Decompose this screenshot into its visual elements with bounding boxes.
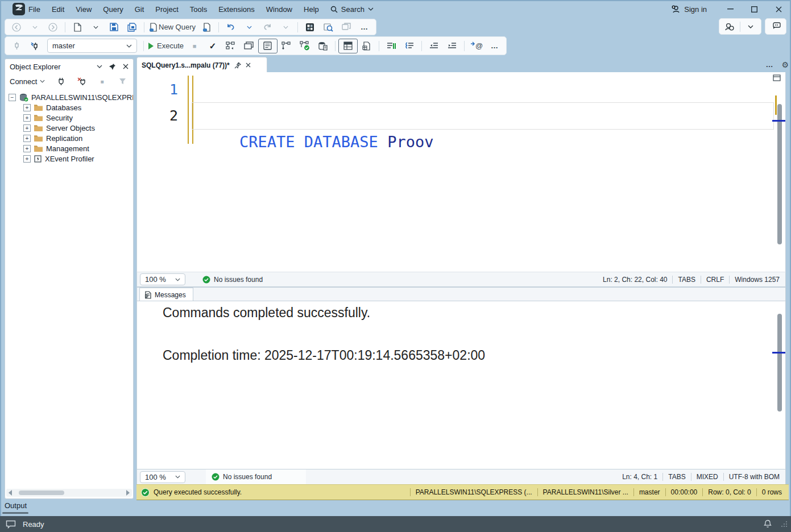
sql-editor[interactable]: 1 2 CREATE DATABASE Proov: [136, 72, 786, 272]
editor-encoding[interactable]: Windows 1257: [735, 276, 780, 284]
editor-health-indicator[interactable]: No issues found: [202, 276, 263, 284]
editor-indent-mode[interactable]: TABS: [678, 276, 695, 284]
editor-line-ending[interactable]: CRLF: [706, 276, 724, 284]
tree-node-replication[interactable]: + Replication: [9, 133, 133, 143]
tree-node-xevent-profiler[interactable]: + XEvent Profiler: [9, 153, 133, 164]
expand-icon[interactable]: +: [23, 104, 31, 111]
menu-edit[interactable]: Edit: [46, 0, 70, 18]
editor-vertical-scrollbar[interactable]: [775, 84, 784, 269]
messages-line-ending[interactable]: MIXED: [697, 473, 718, 481]
toolbar2-overflow-button[interactable]: …: [486, 39, 504, 53]
client-statistics-button[interactable]: [314, 39, 332, 53]
status-database-name[interactable]: master: [639, 488, 660, 496]
navigate-back-chevron[interactable]: [26, 20, 44, 34]
messages-vertical-scrollbar[interactable]: [775, 304, 784, 467]
search-control[interactable]: Search: [325, 0, 379, 18]
oe-connect-icon[interactable]: [52, 74, 70, 88]
new-query-current-connection-button[interactable]: [197, 20, 216, 34]
object-explorer-header[interactable]: Object Explorer: [5, 59, 133, 74]
connect-database-button[interactable]: [7, 39, 26, 53]
new-query-button[interactable]: New Query: [147, 20, 197, 34]
pin-icon[interactable]: [109, 63, 116, 70]
actual-plan-toggle-button[interactable]: [258, 39, 278, 53]
save-button[interactable]: [105, 20, 123, 34]
live-query-stats-enabled-button[interactable]: [296, 39, 314, 53]
navigate-forward-button[interactable]: [44, 20, 62, 34]
menu-help[interactable]: Help: [298, 0, 325, 18]
parse-query-button[interactable]: ✓: [204, 39, 222, 53]
code-line-2[interactable]: CREATE DATABASE Proov: [202, 103, 433, 129]
expand-icon[interactable]: +: [23, 145, 31, 152]
execute-button[interactable]: Execute: [147, 39, 185, 53]
results-to-grid-button[interactable]: [338, 39, 358, 53]
maximize-button[interactable]: [742, 0, 766, 18]
user-accounts-button[interactable]: [720, 20, 739, 34]
save-all-button[interactable]: [123, 20, 141, 34]
filter-icon[interactable]: [113, 74, 131, 88]
editor-scroll-thumb[interactable]: [777, 104, 782, 244]
oe-horizontal-scrollbar[interactable]: [6, 489, 132, 497]
editor-zoom-dropdown[interactable]: 100 %: [140, 273, 185, 285]
messages-encoding[interactable]: UTF-8 with BOM: [729, 473, 780, 481]
new-file-chevron[interactable]: [86, 20, 105, 34]
tree-node-server-objects[interactable]: + Server Objects: [9, 123, 133, 133]
tab-messages[interactable]: Messages: [139, 288, 193, 302]
menu-window[interactable]: Window: [260, 0, 298, 18]
messages-health-indicator[interactable]: No issues found: [206, 469, 306, 484]
messages-caret-position[interactable]: Ln: 4, Ch: 1: [622, 473, 657, 481]
results-to-file-button[interactable]: [358, 39, 376, 53]
messages-indent-mode[interactable]: TABS: [668, 473, 685, 481]
estimated-plan-button[interactable]: [222, 39, 240, 53]
close-window-button[interactable]: [766, 0, 791, 18]
send-feedback-button[interactable]: [767, 20, 785, 34]
increase-indent-button[interactable]: [443, 39, 461, 53]
change-connection-button[interactable]: [26, 39, 44, 53]
menu-file[interactable]: File: [23, 0, 46, 18]
live-query-stats-button[interactable]: [278, 39, 296, 53]
tabstrip-settings-gear-icon[interactable]: ⚙: [781, 60, 789, 69]
editor-caret-position[interactable]: Ln: 2, Ch: 22, Col: 40: [603, 276, 667, 284]
scroll-left-arrow[interactable]: [9, 490, 12, 496]
template-parameters-button[interactable]: @: [467, 39, 486, 53]
menu-extensions[interactable]: Extensions: [213, 0, 260, 18]
status-server-name[interactable]: PARALLELSWIN11\SQLEXPRESS (...: [416, 488, 532, 496]
sign-in-button[interactable]: Sign in: [672, 5, 707, 14]
tree-node-server[interactable]: − PARALLELSWIN11\SQLEXPRESS (SQ: [9, 92, 133, 102]
scroll-right-arrow[interactable]: [126, 490, 130, 496]
comment-selection-button[interactable]: [382, 39, 400, 53]
menu-view[interactable]: View: [70, 0, 97, 18]
toolbar-overflow-button[interactable]: …: [355, 20, 374, 34]
uncomment-selection-button[interactable]: [400, 39, 419, 53]
tab-output[interactable]: Output: [5, 501, 28, 514]
cancel-query-button[interactable]: ■: [185, 39, 204, 53]
expand-icon[interactable]: +: [23, 124, 31, 132]
tab-sqlquery1[interactable]: SQLQuery1.s...mpalu (77))*: [136, 57, 267, 73]
tab-pin-icon[interactable]: [234, 62, 241, 69]
editor-split-button[interactable]: [773, 74, 781, 81]
navigate-back-button[interactable]: [7, 20, 26, 34]
redo-chevron[interactable]: [276, 20, 295, 34]
notifications-bell-icon[interactable]: [764, 519, 772, 529]
tabstrip-overflow-button[interactable]: …: [765, 60, 773, 69]
tree-node-management[interactable]: + Management: [9, 143, 133, 153]
user-accounts-chevron[interactable]: [742, 20, 760, 34]
messages-scroll-thumb[interactable]: [777, 314, 782, 412]
minimize-button[interactable]: [718, 0, 742, 18]
oe-disconnect-icon[interactable]: [72, 74, 90, 88]
new-file-button[interactable]: [68, 20, 86, 34]
decrease-indent-button[interactable]: [425, 39, 443, 53]
undo-button[interactable]: [222, 20, 240, 34]
find-in-files-button[interactable]: [319, 20, 337, 34]
oe-stop-icon[interactable]: ■: [93, 74, 111, 88]
close-panel-icon[interactable]: [123, 64, 129, 69]
menu-git[interactable]: Git: [129, 0, 150, 18]
resize-grip[interactable]: [781, 521, 788, 527]
menu-tools[interactable]: Tools: [184, 0, 213, 18]
collapse-icon[interactable]: −: [9, 94, 16, 101]
tree-node-databases[interactable]: + Databases: [9, 102, 133, 113]
query-options-button[interactable]: [240, 39, 258, 53]
messages-zoom-dropdown[interactable]: 100 %: [140, 471, 185, 483]
status-login-name[interactable]: PARALLELSWIN11\Silver ...: [543, 488, 628, 496]
expand-icon[interactable]: +: [23, 135, 31, 142]
database-selector[interactable]: master: [47, 39, 137, 53]
